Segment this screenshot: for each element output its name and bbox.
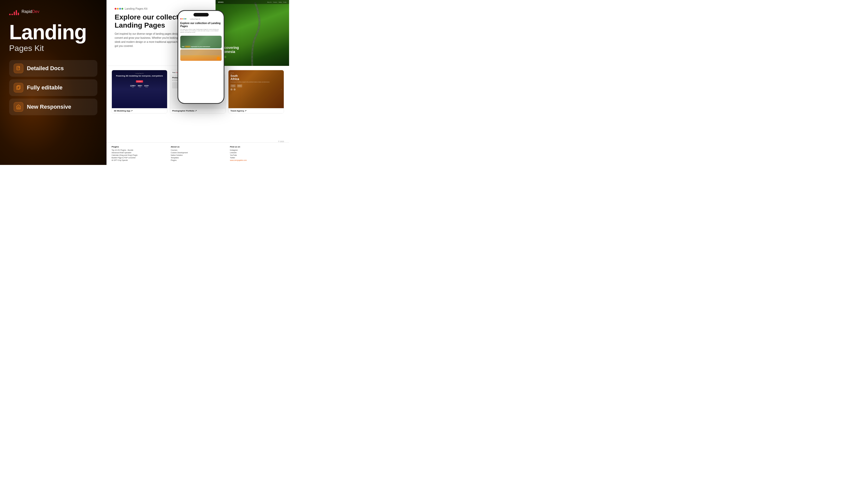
phone-frame: Landing Pages Kit Explore our collection… xyxy=(178,10,225,104)
footer-about-4[interactable]: Templates xyxy=(171,157,225,158)
phone-hero-text: Explore our collection of Landing Pages … xyxy=(178,21,224,35)
hero-subtitle: Pages Kit xyxy=(9,44,97,53)
footer-about-5[interactable]: Plugins xyxy=(171,159,225,161)
main-hero-desc: Get inspired by our diverse range of lan… xyxy=(115,32,186,48)
template-3d-title: Powering 3D modeling for everyone, every… xyxy=(114,75,165,77)
footer-social-youtube[interactable]: YouTube xyxy=(230,154,284,156)
nav-link-1: About Us xyxy=(267,1,271,3)
feature-label-new-responsive: New Responsive xyxy=(27,104,71,110)
indonesia-nav-links: About Us Contacts Gallery Guides xyxy=(267,1,286,3)
logo-dev: Dev xyxy=(32,10,39,14)
logo-rapid: Rapid xyxy=(21,10,32,14)
indonesia-preview: january About Us Contacts Gallery Guides… xyxy=(215,0,289,66)
badge-dot-yellow xyxy=(117,8,119,10)
stat-3: 610+ awards xyxy=(144,85,149,88)
logo-text: RapidDev xyxy=(21,10,39,14)
nav-link-4: Guides xyxy=(283,1,286,3)
stat-2: 960+ project xyxy=(138,85,142,88)
footer-plugin-5[interactable]: AI GPT-3 by OpenAI xyxy=(112,159,166,161)
stat-num-2: 960+ xyxy=(138,85,142,87)
template-label-3d[interactable]: 3D Modeling App ↗ xyxy=(112,108,167,113)
left-panel: RapidDev Landing Pages Kit Detailed Docs xyxy=(0,0,107,165)
stat-label-2: project xyxy=(138,87,142,88)
stat-label-1: clients xyxy=(130,87,136,88)
nav-link-3: Gallery xyxy=(279,1,282,3)
footer-col-social: Find us on Instagram LinkedIn YouTube Tw… xyxy=(230,146,284,162)
template-travel-preview: january South Africa Our four-day tour i… xyxy=(228,70,284,108)
footer-col-plugins-title: Plugins xyxy=(112,146,166,148)
phone-badge-dot xyxy=(185,18,186,19)
phone-container: Landing Pages Kit Explore our collection… xyxy=(178,10,225,104)
stat-label-3: awards xyxy=(144,87,149,88)
bar-icon xyxy=(18,13,19,15)
feature-item-new-responsive: New Responsive xyxy=(9,99,97,115)
footer-col-about: About us Courses Custom Development Nati… xyxy=(171,146,225,162)
travel-title1: South xyxy=(230,74,282,77)
footer-social-linkedin[interactable]: LinkedIn xyxy=(230,152,284,154)
kit-badge: Landing Pages Kit xyxy=(115,7,208,10)
logo-area: RapidDev xyxy=(9,8,97,15)
phone-badge-dot xyxy=(182,18,183,19)
template-3d-kit-label: Landing Pages Kit xyxy=(114,73,165,74)
right-panel: Landing Pages Kit Explore our collection… xyxy=(107,0,289,165)
logo-dot xyxy=(12,14,13,15)
badge-dots xyxy=(115,8,123,10)
phone-hero-desc: Get inspired by our diverse range of lan… xyxy=(180,29,222,33)
footer-about-1[interactable]: Courses xyxy=(171,149,225,151)
svg-rect-0 xyxy=(17,66,19,70)
template-card-3d[interactable]: Landing Pages Kit Powering 3D modeling f… xyxy=(112,70,167,114)
indonesia-nav-brand: january xyxy=(218,1,224,3)
footer-plugin-3[interactable]: Calendar (Drag and Drop) Plugin xyxy=(112,154,166,156)
stat-1: 1200+ clients xyxy=(130,85,136,88)
footer-about-3[interactable]: Native Solution xyxy=(171,154,225,156)
template-3d-stats: 1200+ clients 960+ project 610+ xyxy=(114,85,165,88)
template-card-travel[interactable]: january South Africa Our four-day tour i… xyxy=(228,70,284,114)
footer-social-instagram[interactable]: Instagram xyxy=(230,149,284,151)
phone-hero-title: Explore our collection of Landing Pages xyxy=(180,22,222,28)
feature-label-fully-editable: Fully editable xyxy=(27,84,63,91)
footer-section: Plugins Top 10 ZG Plugins - Bundle Advan… xyxy=(107,142,289,165)
phone-screen: Landing Pages Kit Explore our collection… xyxy=(178,11,224,103)
phone-kit-badge: Landing Pages Kit xyxy=(178,17,224,21)
feature-item-fully-editable: Fully editable xyxy=(9,79,97,96)
footer-social-website[interactable]: www.zeropqable.com xyxy=(230,159,284,161)
phone-kit-label: Landing Pages Kit xyxy=(190,18,200,20)
indonesia-nav: january About Us Contacts Gallery Guides xyxy=(215,0,289,4)
bar-icon xyxy=(16,10,17,15)
phone-subimage: Add natural expression to your environme… xyxy=(180,36,222,48)
hero-title: Landing xyxy=(9,22,97,42)
kit-badge-text: Landing Pages Kit xyxy=(125,7,147,10)
tag-icon xyxy=(14,102,23,112)
footer-col-about-title: About us xyxy=(171,146,225,148)
travel-title2: Africa xyxy=(230,77,282,81)
template-label-photo[interactable]: Photographer Portfolio ↗ xyxy=(170,108,226,113)
phone-badge-dot xyxy=(184,18,185,19)
phone-notch xyxy=(194,13,209,16)
footer-col-social-title: Find us on xyxy=(230,146,284,148)
badge-dot-red xyxy=(115,8,116,10)
footer-plugin-2[interactable]: Advanced Multi Uploader xyxy=(112,152,166,154)
copy-icon xyxy=(14,83,23,92)
footer-plugin-4[interactable]: Bubble Page to PDF converter xyxy=(112,157,166,158)
stat-num-3: 610+ xyxy=(144,85,149,87)
template-travel-content: january South Africa Our four-day tour i… xyxy=(230,72,282,90)
feature-list: Detailed Docs Fully editable New Respons… xyxy=(9,60,97,115)
stat-num-1: 1200+ xyxy=(130,85,136,87)
template-label-travel[interactable]: Travel Agency ↗ xyxy=(228,108,284,113)
footer-col-plugins: Plugins Top 10 ZG Plugins - Bundle Advan… xyxy=(112,146,166,162)
bar-icon xyxy=(14,12,15,15)
footer-social-twitter[interactable]: Twitter xyxy=(230,157,284,158)
badge-dot-green xyxy=(121,8,123,10)
footer-plugin-1[interactable]: Top 10 ZG Plugins - Bundle xyxy=(112,149,166,151)
footer-about-2[interactable]: Custom Development xyxy=(171,152,225,154)
template-3d-content: Landing Pages Kit Powering 3D modeling f… xyxy=(112,70,167,90)
footer-copyright: © 2023 xyxy=(107,140,289,142)
feature-label-detailed-docs: Detailed Docs xyxy=(27,65,64,72)
nav-link-2: Contacts xyxy=(273,1,277,3)
phone-badge-dot xyxy=(180,18,182,19)
travel-desc: Our four-day tour in South Africa is des… xyxy=(230,82,282,83)
template-3d-btn[interactable]: Find More xyxy=(136,80,143,83)
feature-item-detailed-docs: Detailed Docs xyxy=(9,60,97,77)
logo-dot xyxy=(9,14,11,15)
badge-dot-blue xyxy=(119,8,121,10)
